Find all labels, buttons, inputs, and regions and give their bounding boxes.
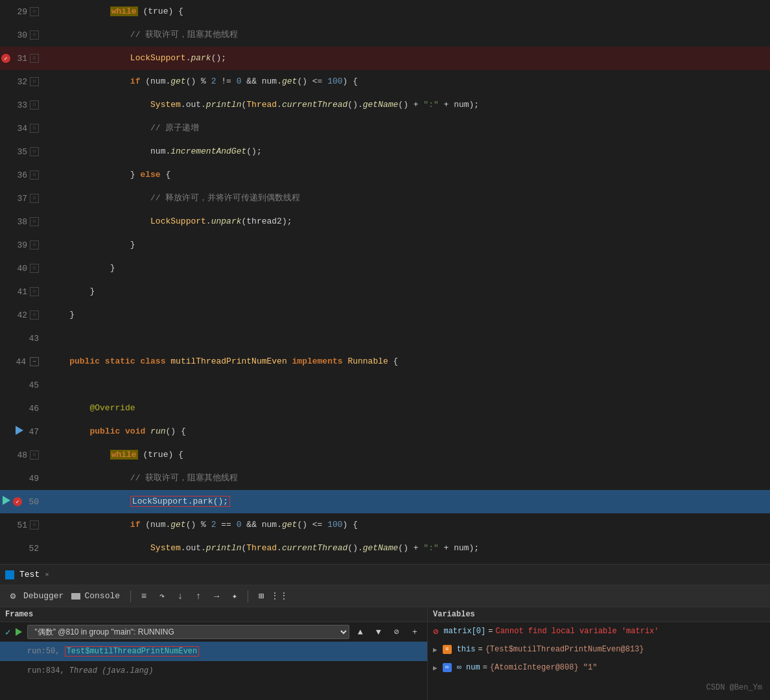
fold-marker-51: ○ xyxy=(30,520,39,530)
fold-icon-44[interactable]: − xyxy=(30,357,39,366)
debug-arrow-47 xyxy=(16,426,23,438)
toolbar-sep-1 xyxy=(130,590,131,602)
code-line-32: 32○ if (num.get() % 2 != 0 && num.get() … xyxy=(0,70,770,93)
code-line-46: 46 @Override xyxy=(0,397,770,420)
fold-marker-48: ○ xyxy=(30,450,39,460)
line-gutter-39: 39○ xyxy=(0,240,44,250)
code-content-50: LockSupport.park(); xyxy=(44,490,770,513)
var-item-this[interactable]: ▶ ≡ this = {Test$mutilThreadPrintNumEven… xyxy=(428,640,770,659)
code-line-43: 43 xyxy=(0,327,770,350)
thread-dropdown[interactable]: "偶数" @810 in group "main": RUNNING xyxy=(27,625,349,639)
line-num-29: 29 xyxy=(14,7,27,17)
restore-layout-btn[interactable]: ⊞ xyxy=(253,589,269,604)
code-content-34: // 原子递增 xyxy=(44,117,770,140)
line-num-49: 49 xyxy=(26,474,39,484)
console-button[interactable]: Console xyxy=(84,591,120,601)
expand-arrow-num[interactable]: ▶ xyxy=(433,664,438,672)
frame-line-1: run:50, Test$mutilThreadPrintNumEven xyxy=(27,647,199,656)
debug-panel: Test × ⚙ Debugger Console ≡ ↷ ↓ ↑ → ✦ ⊞ … xyxy=(0,564,770,700)
step-over-btn[interactable]: ↷ xyxy=(154,589,170,604)
code-line-53: 53 // 原子递增 xyxy=(0,560,770,564)
more-btn[interactable]: ⋮⋮ xyxy=(272,589,287,604)
line-gutter-30: 30○ xyxy=(0,30,44,40)
close-tab-button[interactable]: × xyxy=(45,571,49,579)
line-num-45: 45 xyxy=(26,380,39,390)
settings-icon[interactable]: ⚙ xyxy=(5,589,21,604)
code-content-40: } xyxy=(44,257,770,280)
debug-content: Frames ✓ "偶数" @810 in group "main": RUNN… xyxy=(0,607,770,700)
thread-down-btn[interactable]: ▼ xyxy=(371,625,386,639)
var-val-matrix: Cannot find local variable 'matrix' xyxy=(495,627,659,636)
code-line-52: 52 System.out.println(Thread.currentThre… xyxy=(0,537,770,560)
code-content-42: } xyxy=(44,303,770,327)
frame-line-2: run:834, Thread (java.lang) xyxy=(27,666,153,675)
line-num-33: 33 xyxy=(14,100,27,110)
line-gutter-38: 38○ xyxy=(0,217,44,227)
code-content-37: // 释放许可，并将许可传递到偶数线程 xyxy=(44,187,770,210)
fold-marker-32: ○ xyxy=(30,77,39,86)
line-gutter-44: 44− xyxy=(0,357,44,367)
fold-marker-35: ○ xyxy=(30,147,39,156)
frame-item-1[interactable]: run:50, Test$mutilThreadPrintNumEven xyxy=(0,642,427,661)
thread-filter-btn[interactable]: ⊘ xyxy=(390,625,404,639)
line-gutter-32: 32○ xyxy=(0,77,44,87)
code-content-41: } xyxy=(44,280,770,303)
line-num-36: 36 xyxy=(14,170,27,180)
thread-up-btn[interactable]: ▲ xyxy=(353,625,368,639)
line-gutter-36: 36○ xyxy=(0,170,44,180)
fold-marker-42: ○ xyxy=(30,310,39,320)
debug-tabs: Test × xyxy=(0,565,770,585)
fold-marker-34: ○ xyxy=(30,124,39,133)
var-name-this: this xyxy=(457,645,476,654)
line-num-48: 48 xyxy=(14,450,27,460)
line-gutter-34: 34○ xyxy=(0,124,44,134)
line-num-40: 40 xyxy=(14,264,27,274)
step-out-btn[interactable]: ↑ xyxy=(191,589,206,604)
line-gutter-41: 41○ xyxy=(0,287,44,297)
thread-add-btn[interactable]: + xyxy=(408,625,422,639)
line-gutter-49: 49 xyxy=(0,474,44,484)
line-gutter-52: 52 xyxy=(0,544,44,554)
code-line-33: 33○ System.out.println(Thread.currentThr… xyxy=(0,93,770,117)
fold-marker-36: ○ xyxy=(30,170,39,180)
var-icon-num: ∞ xyxy=(443,663,452,672)
line-gutter-43: 43 xyxy=(0,334,44,344)
thread-row[interactable]: ✓ "偶数" @810 in group "main": RUNNING ▲ ▼… xyxy=(0,622,427,642)
code-content-46: @Override xyxy=(44,397,770,420)
expand-arrow-this[interactable]: ▶ xyxy=(433,646,438,654)
evaluate-btn[interactable]: ✦ xyxy=(227,589,242,604)
run-to-cursor-btn[interactable]: → xyxy=(209,589,224,604)
var-item-num[interactable]: ▶ ∞ ∞ num = {AtomicInteger@808} "1" xyxy=(428,659,770,677)
code-line-49: 49 // 获取许可，阻塞其他线程 xyxy=(0,467,770,490)
show-all-threads-btn[interactable]: ≡ xyxy=(136,589,152,604)
line-gutter-45: 45 xyxy=(0,380,44,390)
fold-marker-39: ○ xyxy=(30,240,39,250)
variables-header: Variables xyxy=(428,607,770,622)
breakpoint-31[interactable] xyxy=(1,54,10,63)
debugger-button[interactable]: Debugger xyxy=(23,591,64,601)
running-indicator xyxy=(14,627,23,636)
line-gutter-46: 46 xyxy=(0,404,44,414)
debug-arrow-50 xyxy=(3,496,10,508)
line-gutter-50: 50 xyxy=(0,496,44,508)
var-eq-this: = xyxy=(478,645,482,654)
frame-classname-1: Test$mutilThreadPrintNumEven xyxy=(65,646,200,657)
line-num-46: 46 xyxy=(26,404,39,414)
debug-tab-label[interactable]: Test xyxy=(19,570,40,579)
step-into-btn[interactable]: ↓ xyxy=(172,589,188,604)
breakpoint-50[interactable] xyxy=(13,497,22,506)
code-lines: 29○ while (true) {30○ // 获取许可，阻塞其他线程31○ … xyxy=(0,0,770,564)
var-val-num: {AtomicInteger@808} "1" xyxy=(490,663,598,672)
var-error-icon: ⊘ xyxy=(433,626,438,637)
code-line-39: 39○ } xyxy=(0,233,770,257)
frames-list: ✓ "偶数" @810 in group "main": RUNNING ▲ ▼… xyxy=(0,622,427,700)
line-num-51: 51 xyxy=(14,520,27,530)
frame-item-2[interactable]: run:834, Thread (java.lang) xyxy=(0,661,427,681)
line-num-32: 32 xyxy=(14,77,27,87)
code-content-51: if (num.get() % 2 == 0 && num.get() <= 1… xyxy=(44,513,770,537)
frames-header: Frames xyxy=(0,607,427,622)
line-gutter-31: 31○ xyxy=(0,54,44,64)
console-icon xyxy=(71,593,80,600)
code-line-36: 36○ } else { xyxy=(0,163,770,187)
code-content-30: // 获取许可，阻塞其他线程 xyxy=(44,23,770,47)
